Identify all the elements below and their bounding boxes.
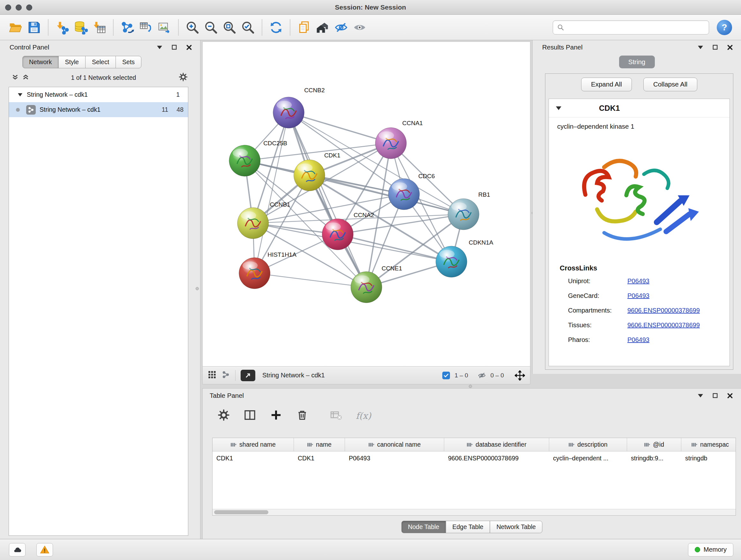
splitter-handle[interactable] <box>196 287 199 290</box>
table-cell[interactable]: P06493 <box>345 451 444 465</box>
tab-string[interactable]: String <box>619 56 655 68</box>
table-cell[interactable]: CDK1 <box>212 451 294 465</box>
column-header-database-identifier[interactable]: database identifier <box>444 438 549 451</box>
edge-CCNB2-CCNE1[interactable] <box>288 113 366 287</box>
window-zoom-button[interactable] <box>26 4 32 10</box>
crosslink-value[interactable]: P06493 <box>627 277 650 285</box>
edge-HIST1H1A-CCNE1[interactable] <box>255 273 366 287</box>
cloud-button[interactable] <box>9 543 25 557</box>
column-header-description[interactable]: description <box>549 438 627 451</box>
node-HIST1H1A[interactable] <box>239 258 270 289</box>
collapse-all-button[interactable]: Collapse All <box>643 78 697 91</box>
warnings-button[interactable] <box>37 543 53 557</box>
export-image-button[interactable] <box>155 17 174 37</box>
import-network-file-button[interactable] <box>53 17 71 37</box>
toggle-visibility-button[interactable] <box>350 17 369 37</box>
birds-eye-view-button[interactable] <box>241 370 255 381</box>
network-options-button[interactable] <box>179 72 188 83</box>
import-network-database-button[interactable] <box>71 17 90 37</box>
hidden-items-icon[interactable] <box>478 371 486 380</box>
node-details-header[interactable]: CDK1 <box>549 99 730 118</box>
node-CDKN1A[interactable] <box>436 246 467 277</box>
delete-column-button[interactable] <box>296 409 309 423</box>
collapse-all-button[interactable] <box>12 74 18 81</box>
zoom-in-button[interactable] <box>183 17 202 37</box>
node-RB1[interactable] <box>448 199 479 230</box>
node-CDK1[interactable] <box>293 160 325 191</box>
panel-collapse-button[interactable] <box>698 394 703 397</box>
column-header-canonical-name[interactable]: canonical name <box>345 438 444 451</box>
edge-CCNA2-CDKN1A[interactable] <box>338 234 451 262</box>
tree-expander-icon[interactable] <box>18 93 22 97</box>
toggle-graphics-details-button[interactable] <box>332 17 350 37</box>
network-collection-row[interactable]: String Network – cdk1 1 <box>9 87 188 102</box>
network-graph[interactable]: CCNB2CCNA1CDC25BCDK1CDC6RB1CCNB1CCNA2CDK… <box>203 42 530 366</box>
save-session-button[interactable] <box>25 17 44 37</box>
tab-network-table[interactable]: Network Table <box>490 521 542 533</box>
splitter-handle[interactable] <box>469 385 472 388</box>
search-input[interactable] <box>567 24 705 31</box>
table-cell[interactable]: CDK1 <box>294 451 345 465</box>
crosslink-value[interactable]: P06493 <box>627 292 650 300</box>
memory-button[interactable]: Memory <box>688 543 733 557</box>
column-header-name[interactable]: name <box>294 438 345 451</box>
node-CCNB1[interactable] <box>238 207 269 239</box>
table-cell[interactable]: stringdb:9... <box>627 451 681 465</box>
horizontal-scrollbar[interactable] <box>212 509 736 515</box>
zoom-fit-button[interactable] <box>220 17 239 37</box>
column-header-@id[interactable]: @id <box>627 438 681 451</box>
node-CCNE1[interactable] <box>351 272 382 303</box>
tab-sets[interactable]: Sets <box>116 56 141 68</box>
table-cell[interactable]: stringdb <box>681 451 736 465</box>
table-cell[interactable]: cyclin–dependent ... <box>549 451 627 465</box>
network-canvas[interactable]: CCNB2CCNA1CDC25BCDK1CDC6RB1CCNB1CCNA2CDK… <box>202 42 530 367</box>
import-table-button[interactable] <box>90 17 109 37</box>
copy-button[interactable] <box>295 17 313 37</box>
panel-float-button[interactable] <box>713 393 718 398</box>
edge-CCNB2-HIST1H1A[interactable] <box>255 113 289 273</box>
network-view-button[interactable] <box>221 370 230 380</box>
node-CCNB2[interactable] <box>273 97 305 128</box>
panel-float-button[interactable] <box>172 45 177 50</box>
show-columns-button[interactable] <box>244 409 256 423</box>
tab-style[interactable]: Style <box>58 56 85 68</box>
node-CDC25B[interactable] <box>229 145 260 176</box>
expand-all-button[interactable] <box>23 74 29 81</box>
refresh-button[interactable] <box>267 17 285 37</box>
home-button[interactable] <box>313 17 332 37</box>
tab-node-table[interactable]: Node Table <box>401 521 446 533</box>
panel-close-button[interactable] <box>186 45 192 50</box>
window-minimize-button[interactable] <box>16 4 22 10</box>
open-session-button[interactable] <box>6 17 25 37</box>
scrollbar-thumb[interactable] <box>214 510 268 514</box>
panel-float-button[interactable] <box>713 45 718 50</box>
tab-select[interactable]: Select <box>85 56 116 68</box>
node-CCNA2[interactable] <box>322 219 353 250</box>
pan-tool-button[interactable] <box>515 370 525 381</box>
window-close-button[interactable] <box>5 4 11 10</box>
expand-all-button[interactable]: Expand All <box>581 78 632 91</box>
new-network-from-selection-button[interactable] <box>118 17 137 37</box>
node-CDC6[interactable] <box>388 179 420 210</box>
section-expander-icon[interactable] <box>556 106 561 110</box>
search-box[interactable] <box>553 20 709 35</box>
crosslink-value[interactable]: 9606.ENSP00000378699 <box>627 321 700 329</box>
zoom-out-button[interactable] <box>202 17 220 37</box>
network-row-selected[interactable]: String Network – cdk1 11 48 <box>9 102 188 117</box>
function-builder-button[interactable]: f(x) <box>356 411 371 421</box>
tab-edge-table[interactable]: Edge Table <box>446 521 490 533</box>
panel-close-button[interactable] <box>727 45 733 50</box>
node-CCNA1[interactable] <box>375 127 407 159</box>
help-button[interactable]: ? <box>717 20 732 35</box>
column-header-namespac[interactable]: namespac <box>681 438 736 451</box>
create-column-button[interactable] <box>270 409 282 423</box>
crosslink-value[interactable]: 9606.ENSP00000378699 <box>627 307 700 314</box>
delete-table-button[interactable] <box>330 409 342 423</box>
table-options-button[interactable] <box>217 409 230 423</box>
column-header-shared-name[interactable]: shared name <box>212 438 294 451</box>
tab-network[interactable]: Network <box>22 56 59 68</box>
table-cell[interactable]: 9606.ENSP00000378699 <box>444 451 549 465</box>
grid-view-button[interactable] <box>208 370 216 380</box>
panel-collapse-button[interactable] <box>157 46 162 49</box>
crosslink-value[interactable]: P06493 <box>627 336 650 344</box>
